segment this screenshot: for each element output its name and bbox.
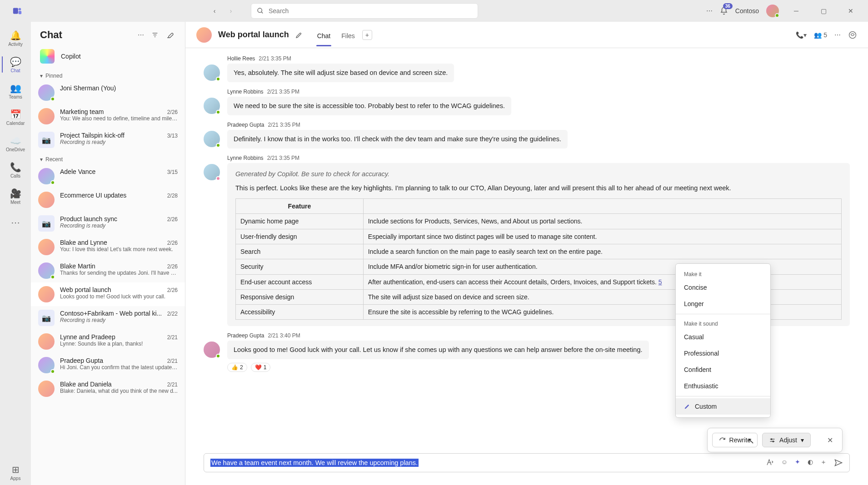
loop-icon[interactable]: ◐ xyxy=(808,458,813,467)
chat-item-preview: Looks good to me! Good luck with your ca… xyxy=(60,293,178,300)
search-box[interactable] xyxy=(251,3,478,19)
chat-item-avatar xyxy=(38,381,55,397)
send-icon[interactable] xyxy=(834,458,843,467)
rail-meet[interactable]: 🎥Meet xyxy=(2,183,29,209)
rail-apps[interactable]: ⊞Apps xyxy=(2,460,29,485)
chat-item-avatar xyxy=(38,239,55,255)
chat-item-preview: Blake: Daniela, what did you think of th… xyxy=(60,388,178,394)
org-name[interactable]: Contoso xyxy=(735,7,759,15)
chat-list-item[interactable]: Blake Martin2/26 Thanks for sending the … xyxy=(31,259,185,282)
chatlist-more-icon[interactable]: ⋯ xyxy=(136,30,146,40)
titlebar: ‹ › ⋯ 36 Contoso ─ ▢ ✕ xyxy=(0,0,868,22)
chat-item-preview: Hi Joni. Can you confirm that the latest… xyxy=(60,364,178,371)
copilot-chat-row[interactable]: Copilot xyxy=(31,45,185,68)
nav-forward[interactable]: › xyxy=(224,4,238,18)
filter-icon[interactable] xyxy=(150,30,160,40)
adjust-longer[interactable]: Longer xyxy=(676,296,770,312)
edit-title-icon[interactable] xyxy=(295,31,303,39)
adjust-concise[interactable]: Concise xyxy=(676,279,770,296)
chat-item-avatar xyxy=(38,333,55,350)
message-bubble[interactable]: Yes, absolutely. The site will adjust si… xyxy=(227,64,454,82)
section-recent[interactable]: ▾Recent xyxy=(31,152,185,164)
chat-item-avatar xyxy=(38,286,55,302)
rail-activity[interactable]: 🔔Activity xyxy=(2,25,29,51)
reaction-pill[interactable]: ❤️1 xyxy=(251,363,271,372)
more-icon[interactable]: ⋯ xyxy=(706,7,713,15)
chat-item-avatar xyxy=(38,262,55,279)
adjust-casual[interactable]: Casual xyxy=(676,329,770,345)
message-bubble[interactable]: Definitely. I know that is in the works … xyxy=(227,130,568,148)
rail-calendar[interactable]: 📅Calendar xyxy=(2,104,29,130)
window-close[interactable]: ✕ xyxy=(841,4,861,18)
search-icon xyxy=(257,7,264,15)
adjust-confident[interactable]: Confident xyxy=(676,361,770,378)
reaction-pill[interactable]: 👍2 xyxy=(227,363,247,372)
pencil-icon xyxy=(684,403,690,410)
chat-list-item[interactable]: Joni Sherman (You) xyxy=(31,81,185,104)
rail-teams[interactable]: 👥Teams xyxy=(2,78,29,104)
chat-item-name: Marketing team xyxy=(60,108,164,115)
message-bubble[interactable]: Looks good to me! Good luck with your ca… xyxy=(227,341,649,359)
adjust-professional[interactable]: Professional xyxy=(676,345,770,361)
chat-list-item[interactable]: Ecommerce UI updates2/28 xyxy=(31,188,185,212)
compose-box[interactable]: We have a team event next month. We will… xyxy=(204,453,850,472)
chat-item-preview: Recording is ready xyxy=(60,223,178,229)
copilot-pane-icon[interactable] xyxy=(848,30,857,40)
search-input[interactable] xyxy=(269,7,472,15)
cloud-icon: ☁️ xyxy=(10,135,21,146)
chat-list-item[interactable]: 📷 Contoso+Fabrikam - Web portal ki...2/2… xyxy=(31,306,185,330)
citation-link[interactable]: 5 xyxy=(658,278,662,286)
adjust-custom[interactable]: Custom xyxy=(676,398,770,415)
chat-item-name: Joni Sherman (You) xyxy=(60,84,174,92)
section-pinned[interactable]: ▾Pinned xyxy=(31,68,185,81)
rail-chat[interactable]: 💬Chat xyxy=(2,52,29,77)
chat-item-date: 2/26 xyxy=(167,109,178,115)
author-avatar xyxy=(204,131,220,147)
chat-item-date: 2/21 xyxy=(167,358,178,364)
notifications-button[interactable]: 36 xyxy=(720,7,728,15)
chat-list-item[interactable]: Blake and Lynne2/26 You: I love this ide… xyxy=(31,235,185,259)
rail-label: OneDrive xyxy=(6,147,25,152)
chat-list-item[interactable]: Web portal launch2/26 Looks good to me! … xyxy=(31,282,185,306)
chat-item-avatar: 📷 xyxy=(38,132,55,148)
format-icon[interactable] xyxy=(766,458,774,467)
rail-more[interactable]: ⋯ xyxy=(2,210,29,235)
chat-item-avatar xyxy=(38,168,55,184)
svg-point-10 xyxy=(771,438,772,440)
add-tab-button[interactable]: + xyxy=(362,30,372,40)
tab-chat[interactable]: Chat xyxy=(316,24,332,46)
sliders-icon xyxy=(769,437,776,444)
chat-list-item[interactable]: Lynne and Pradeep2/21 Lynne: Sounds like… xyxy=(31,330,185,353)
compose-text[interactable]: We have a team event next month. We will… xyxy=(210,459,761,466)
user-avatar[interactable] xyxy=(766,5,779,17)
tab-files[interactable]: Files xyxy=(340,24,356,46)
message-bubble[interactable]: We need to be sure the site is accessibl… xyxy=(227,97,511,115)
close-icon[interactable]: ✕ xyxy=(823,434,838,446)
people-button[interactable]: 👥5 xyxy=(814,31,827,39)
rewrite-button[interactable]: Rewrite xyxy=(712,433,758,447)
chat-list-item[interactable]: Blake and Daniela2/21 Blake: Daniela, wh… xyxy=(31,377,185,401)
rail-calls[interactable]: 📞Calls xyxy=(2,157,29,183)
new-chat-icon[interactable] xyxy=(164,29,176,41)
chat-item-avatar xyxy=(38,192,55,208)
chat-list-item[interactable]: Adele Vance3/15 xyxy=(31,164,185,188)
chat-item-name: Pradeep Gupta xyxy=(60,357,164,364)
adjust-button[interactable]: Adjust ▾ xyxy=(762,433,811,447)
call-button[interactable]: 📞▾ xyxy=(796,31,807,39)
copilot-icon[interactable]: ✦ xyxy=(795,458,800,467)
chat-item-date: 2/26 xyxy=(167,263,178,270)
chat-list-item[interactable]: 📷 Project Tailspin kick-off3/13 Recordin… xyxy=(31,128,185,152)
rail-onedrive[interactable]: ☁️OneDrive xyxy=(2,131,29,156)
emoji-icon[interactable]: ☺ xyxy=(781,458,788,467)
adjust-enthusiastic[interactable]: Enthusiastic xyxy=(676,378,770,394)
chat-list-item[interactable]: Marketing team2/26 You: We also need to … xyxy=(31,104,185,128)
chat-item-date: 2/22 xyxy=(167,311,178,317)
window-minimize[interactable]: ─ xyxy=(786,4,806,18)
chevron-down-icon: ▾ xyxy=(40,156,43,163)
add-icon[interactable]: ＋ xyxy=(820,458,827,467)
window-maximize[interactable]: ▢ xyxy=(813,4,833,18)
chat-list-item[interactable]: Pradeep Gupta2/21 Hi Joni. Can you confi… xyxy=(31,353,185,377)
more-options-icon[interactable]: ⋯ xyxy=(834,31,841,39)
chat-list-item[interactable]: 📷 Product launch sync2/26 Recording is r… xyxy=(31,212,185,235)
nav-back[interactable]: ‹ xyxy=(207,4,222,18)
